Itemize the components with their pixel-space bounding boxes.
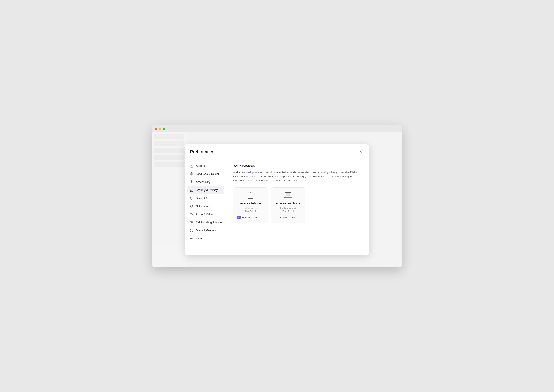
section-title: Your Devices: [233, 164, 363, 168]
sidebar-item-language-label: Language & Region: [196, 172, 220, 175]
modal-header: Preferences ×: [185, 144, 369, 159]
sidebar-item-dialpad-ai-label: Dialpad Ai: [196, 196, 208, 200]
maximize-traffic-light[interactable]: [163, 128, 165, 130]
last-connected-date-iphone: Tue, Jul 19: [245, 210, 256, 213]
modal-overlay: Preferences ×: [152, 132, 402, 267]
lock-icon: [190, 188, 194, 192]
avatar-icon: [190, 164, 194, 168]
meetings-icon: [190, 229, 194, 232]
sidebar-item-security-privacy[interactable]: Security & Privacy: [187, 186, 224, 194]
ai-icon: [190, 196, 194, 200]
preferences-modal: Preferences ×: [185, 144, 369, 255]
close-traffic-light[interactable]: [155, 128, 157, 130]
sidebar-item-notifications-label: Notifications: [196, 205, 210, 208]
svg-point-5: [191, 191, 192, 191]
svg-point-12: [193, 238, 193, 239]
main-content: Your Devices Add a new desk phone or for…: [227, 159, 369, 255]
last-connected-label-macbook: Last connected: [280, 207, 296, 210]
device-receive-calls-iphone: Receive Calls: [237, 216, 264, 219]
camera-icon: [190, 212, 194, 216]
device-last-connected-iphone: Last connected Tue, Jul 19: [237, 207, 264, 213]
phone-wave-icon: [190, 220, 194, 224]
svg-rect-17: [286, 193, 290, 196]
sidebar-item-dialpad-ai[interactable]: Dialpad Ai: [187, 194, 224, 202]
language-icon: [190, 172, 194, 176]
sidebar-item-language-region[interactable]: Language & Region: [187, 170, 224, 178]
receive-calls-checkbox-iphone[interactable]: [237, 216, 241, 219]
browser-window: Preferences ×: [152, 125, 402, 267]
device-menu-dots-iphone[interactable]: ⋮: [262, 190, 265, 193]
svg-rect-18: [287, 197, 289, 197]
close-button[interactable]: ×: [358, 149, 364, 155]
sidebar-item-audio-video-label: Audio & Video: [196, 213, 213, 216]
sidebar-item-call-handling[interactable]: Call Handling & Voice: [187, 218, 224, 226]
svg-rect-7: [190, 213, 192, 215]
modal-body: Account: [185, 159, 369, 255]
receive-calls-checkbox-macbook[interactable]: [275, 216, 278, 219]
sidebar-item-dialpad-meetings-label: Dialpad Meetings: [196, 229, 216, 232]
bell-icon: [190, 204, 194, 208]
svg-point-8: [190, 229, 193, 232]
svg-point-1: [190, 167, 193, 168]
device-icon-wrap-macbook: [275, 191, 302, 199]
svg-point-15: [250, 197, 251, 198]
sidebar-item-accessibility-label: Accessibility: [196, 181, 210, 183]
svg-point-9: [191, 230, 192, 231]
device-menu-dots-macbook[interactable]: ⋮: [299, 190, 302, 193]
sidebar-item-security-label: Security & Privacy: [196, 189, 218, 192]
browser-titlebar: [152, 125, 402, 132]
device-last-connected-macbook: Last connected Tue, Jul 19: [275, 207, 302, 213]
sidebar-item-accessibility[interactable]: Accessibility: [187, 178, 224, 186]
description-pre: Add a new: [233, 171, 246, 174]
sidebar-item-dialpad-meetings[interactable]: Dialpad Meetings: [187, 227, 224, 234]
device-name-iphone: Grace's iPhone: [237, 202, 264, 205]
sidebar-item-account-label: Account: [196, 164, 206, 167]
section-description: Add a new desk phone or forward number b…: [233, 170, 363, 183]
svg-point-10: [190, 238, 191, 239]
nav-sidebar: Account: [185, 159, 227, 255]
laptop-icon: [284, 191, 292, 199]
device-icon-wrap-iphone: [237, 191, 264, 199]
svg-point-3: [191, 181, 192, 181]
browser-content: Preferences ×: [152, 132, 402, 267]
devices-grid: ⋮: [233, 187, 363, 223]
device-card-iphone: ⋮: [233, 187, 268, 223]
svg-point-11: [191, 238, 192, 239]
receive-calls-label-macbook: Receive Calls: [280, 216, 295, 219]
sidebar-item-notifications[interactable]: Notifications: [187, 202, 224, 210]
desk-phone-link[interactable]: desk phone: [246, 171, 260, 174]
accessibility-icon: [190, 180, 194, 184]
last-connected-label-iphone: Last connected: [243, 207, 258, 210]
modal-title: Preferences: [190, 149, 214, 154]
svg-point-0: [191, 165, 192, 166]
mobile-icon: [247, 191, 254, 199]
last-connected-date-macbook: Tue, Jul 19: [283, 210, 294, 213]
receive-calls-label-iphone: Receive Calls: [242, 216, 257, 219]
sidebar-item-audio-video[interactable]: Audio & Video: [187, 210, 224, 218]
device-card-macbook: ⋮: [271, 187, 305, 223]
minimize-traffic-light[interactable]: [159, 128, 161, 130]
sidebar-item-call-handling-label: Call Handling & Voice: [196, 221, 222, 224]
more-icon: [190, 237, 194, 240]
sidebar-item-account[interactable]: Account: [187, 162, 224, 170]
svg-rect-14: [250, 192, 251, 193]
sidebar-item-more[interactable]: More: [187, 235, 224, 242]
device-name-macbook: Grace's Macbook: [275, 202, 302, 205]
sidebar-item-more-label: More: [196, 237, 202, 240]
device-receive-calls-macbook: Receive Calls: [275, 216, 302, 219]
